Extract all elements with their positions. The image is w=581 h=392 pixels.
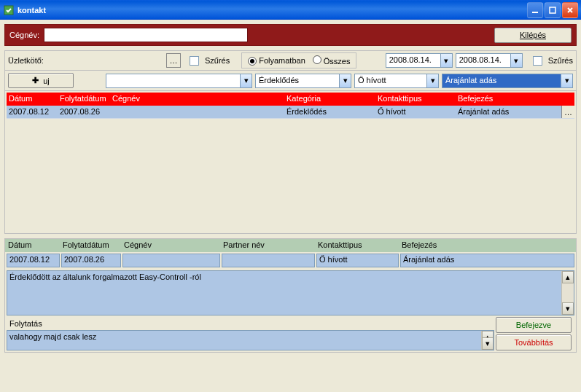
detail-header-row: Dátum Folytatdátum Cégnév Partner név Ko… bbox=[5, 239, 576, 252]
app-icon bbox=[3, 4, 15, 16]
svg-rect-2 bbox=[550, 7, 555, 13]
exit-button[interactable]: Kilépés bbox=[494, 28, 572, 43]
szures2-checkbox[interactable] bbox=[533, 56, 542, 66]
close-button[interactable] bbox=[562, 2, 578, 18]
title-bar: kontakt bbox=[0, 0, 581, 20]
szures1-checkbox[interactable] bbox=[190, 56, 199, 66]
detail-hdr-ceg: Cégnév bbox=[121, 239, 220, 252]
dropdown-arrow-icon: ▾ bbox=[426, 74, 438, 87]
dropdown-arrow-icon: ▾ bbox=[339, 74, 351, 87]
dropdown-arrow-icon: ▾ bbox=[240, 74, 251, 87]
cell-kat: Érdeklődés bbox=[284, 106, 375, 118]
filter-toolbar-1: Üzletkötő: … Szűrés Folyamatban Összes 2… bbox=[4, 50, 577, 71]
uzletkoto-label: Üzletkötő: bbox=[8, 56, 44, 65]
detail-kont-input[interactable]: Ő hívott bbox=[316, 254, 399, 267]
radio-folyamatban[interactable] bbox=[248, 57, 257, 66]
detail-datum-input[interactable]: 2007.08.12 bbox=[7, 254, 60, 267]
col-header-datum[interactable]: Dátum bbox=[7, 93, 58, 106]
cell-bef: Árajánlat adás bbox=[456, 106, 561, 118]
szures2-label: Szűrés bbox=[548, 56, 573, 65]
detail-hdr-datum: Dátum bbox=[5, 239, 60, 252]
memo1-textarea[interactable]: Érdeklődött az általunk forgalmazott Eas… bbox=[7, 270, 574, 315]
szures1-label: Szűrés bbox=[205, 56, 230, 65]
kontakttipus-combo[interactable]: Ő hívott▾ bbox=[354, 74, 439, 88]
detail-bef-input[interactable]: Árajánlat adás bbox=[400, 254, 574, 267]
header-panel: Cégnév: Kilépés bbox=[4, 24, 577, 46]
detail-ceg-input[interactable] bbox=[122, 254, 220, 267]
detail-hdr-kont: Kontakttipus bbox=[315, 239, 399, 252]
tovabbitas-button[interactable]: Továbbítás bbox=[496, 334, 572, 350]
col-header-bef[interactable]: Befejezés bbox=[456, 93, 574, 106]
detail-panel: Dátum Folytatdátum Cégnév Partner név Ko… bbox=[4, 238, 577, 353]
table-row[interactable]: 2007.08.12 2007.08.26 Érdeklődés Ő hívot… bbox=[7, 106, 574, 119]
detail-partner-input[interactable] bbox=[222, 254, 315, 267]
plus-icon: ✚ bbox=[32, 76, 39, 85]
dropdown-arrow-icon: ▾ bbox=[440, 54, 452, 67]
filter-toolbar-2: ✚ uj ▾ Érdeklődés▾ Ő hívott▾ Árajánlat a… bbox=[4, 71, 577, 91]
status-radio-group: Folyamatban Összes bbox=[241, 52, 356, 68]
col-header-folyt[interactable]: Folytatdátum bbox=[58, 93, 110, 106]
scroll-up-icon[interactable]: ▴ bbox=[562, 271, 574, 283]
window-title: kontakt bbox=[17, 6, 46, 15]
col-header-kat[interactable]: Kategória bbox=[284, 93, 375, 106]
cell-kont: Ő hívott bbox=[375, 106, 456, 118]
svg-rect-1 bbox=[532, 12, 538, 13]
col-header-ceg[interactable]: Cégnév bbox=[110, 93, 284, 106]
uzletkoto-picker-button[interactable]: … bbox=[166, 53, 181, 68]
ceg-combo[interactable]: ▾ bbox=[106, 74, 252, 88]
kategoria-combo[interactable]: Érdeklődés▾ bbox=[255, 74, 351, 88]
detail-folyt-input[interactable]: 2007.08.26 bbox=[61, 254, 121, 267]
memo1-scrollbar[interactable]: ▴ ▾ bbox=[561, 271, 574, 315]
radio-osszes[interactable] bbox=[313, 55, 321, 64]
cegnev-input[interactable] bbox=[44, 28, 248, 42]
memo2-textarea[interactable]: valahogy majd csak lesz ▴ ▾ bbox=[7, 330, 494, 350]
maximize-button[interactable] bbox=[545, 2, 561, 18]
detail-hdr-bef: Befejezés bbox=[399, 239, 576, 252]
dropdown-arrow-icon: ▾ bbox=[510, 54, 522, 67]
befejezve-button[interactable]: Befejezve bbox=[496, 317, 572, 333]
contact-grid: Dátum Folytatdátum Cégnév Kategória Kont… bbox=[4, 91, 577, 234]
memo2-scrollbar[interactable]: ▴ ▾ bbox=[481, 331, 494, 350]
cell-folyt: 2007.08.26 bbox=[58, 106, 110, 118]
col-header-kont[interactable]: Kontakttipus bbox=[375, 93, 456, 106]
cell-ceg bbox=[110, 106, 284, 118]
cegnev-label: Cégnév: bbox=[9, 31, 39, 39]
new-button[interactable]: ✚ uj bbox=[8, 73, 74, 88]
grid-header-row: Dátum Folytatdátum Cégnév Kategória Kont… bbox=[7, 93, 574, 106]
date1-combo[interactable]: 2008.08.14.▾ bbox=[386, 53, 453, 68]
detail-hdr-partner: Partner név bbox=[220, 239, 315, 252]
befejezes-combo[interactable]: Árajánlat adás▾ bbox=[442, 74, 573, 88]
detail-hdr-folyt: Folytatdátum bbox=[60, 239, 121, 252]
folytatas-label: Folytatás bbox=[5, 317, 576, 330]
row-ellipsis-button[interactable]: … bbox=[561, 106, 574, 118]
grid-empty-area bbox=[7, 119, 574, 232]
date2-combo[interactable]: 2008.08.14.▾ bbox=[456, 53, 523, 68]
cell-datum: 2007.08.12 bbox=[7, 106, 58, 118]
dropdown-arrow-icon: ▾ bbox=[561, 74, 572, 87]
scroll-down-icon[interactable]: ▾ bbox=[482, 337, 494, 350]
minimize-button[interactable] bbox=[527, 2, 543, 18]
scroll-down-icon[interactable]: ▾ bbox=[562, 302, 574, 315]
